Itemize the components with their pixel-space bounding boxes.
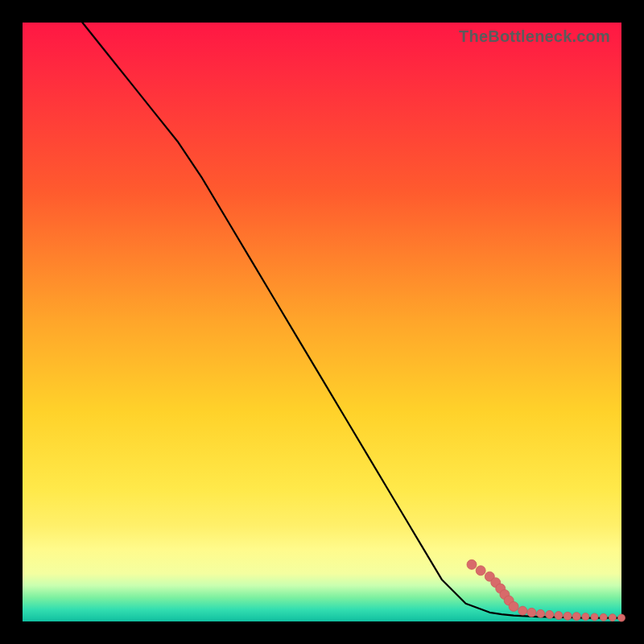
data-marker	[476, 566, 485, 576]
plot-area: TheBottleneck.com	[23, 23, 621, 621]
data-marker	[618, 614, 625, 621]
data-marker	[518, 606, 527, 615]
chart-overlay	[23, 23, 621, 621]
data-marker	[509, 601, 518, 611]
data-marker	[582, 613, 589, 621]
data-marker	[600, 613, 607, 621]
chart-frame: TheBottleneck.com	[0, 0, 644, 644]
data-marker	[564, 612, 572, 620]
data-marker	[467, 559, 477, 569]
data-marker	[537, 609, 545, 617]
data-marker	[555, 612, 563, 620]
data-marker	[609, 614, 616, 621]
data-marker	[546, 610, 554, 618]
curve-line	[82, 23, 621, 618]
data-marker	[591, 613, 598, 621]
data-marker	[572, 613, 580, 621]
data-marker	[527, 608, 536, 617]
